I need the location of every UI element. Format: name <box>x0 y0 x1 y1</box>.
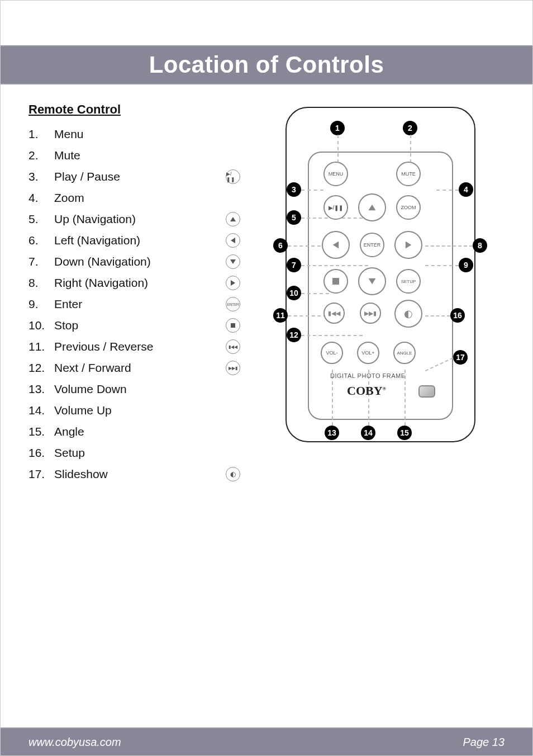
control-row: 2.Mute <box>28 145 241 166</box>
control-number: 4. <box>28 191 54 205</box>
control-number: 2. <box>28 149 54 162</box>
control-label: Zoom <box>54 191 241 205</box>
footer-page-number: Page 13 <box>463 736 505 749</box>
content-area: Remote Control 1.Menu2.Mute3.Play / Paus… <box>28 96 506 485</box>
control-label: Enter <box>54 297 225 311</box>
control-label: Angle <box>54 425 241 438</box>
slideshow-icon: ◐ <box>404 308 413 320</box>
callout-15: 15 <box>397 426 412 440</box>
control-row: 1.Menu <box>28 124 241 145</box>
control-row: 14.Volume Up <box>28 400 241 421</box>
leader-3 <box>301 190 323 191</box>
control-number: 10. <box>28 319 54 332</box>
control-number: 11. <box>28 340 54 353</box>
leader-16 <box>425 315 450 316</box>
remote-setup-button: SETUP <box>396 269 421 294</box>
down-icon <box>225 254 241 270</box>
control-number: 13. <box>28 382 54 396</box>
callout-1: 1 <box>330 121 345 135</box>
control-row: 4.Zoom <box>28 187 241 209</box>
control-label: Menu <box>54 127 241 141</box>
control-label: Volume Up <box>54 404 241 417</box>
remote-left-button <box>322 231 350 259</box>
enter-icon: ENTER <box>225 296 241 312</box>
callout-12: 12 <box>287 328 301 342</box>
control-label: Previous / Reverse <box>54 340 225 353</box>
remote-slideshow-button: ◐ <box>394 300 422 328</box>
ir-window <box>418 385 435 398</box>
callout-11: 11 <box>273 308 288 323</box>
footer-url: www.cobyusa.com <box>28 736 121 749</box>
remote-stop-button <box>323 269 348 294</box>
control-number: 7. <box>28 255 54 268</box>
remote-play-pause-button: ▶/❚❚ <box>323 195 348 220</box>
leader-1 <box>337 135 339 163</box>
remote-diagram: 1 2 3 4 5 6 7 8 9 10 11 12 13 14 15 16 1… <box>252 107 503 448</box>
callout-8: 8 <box>473 238 487 253</box>
remote-vol-down-button: VOL- <box>321 342 343 364</box>
leader-12 <box>301 335 363 336</box>
control-row: 3.Play / Pause▶/❚❚ <box>28 166 241 187</box>
control-row: 7.Down (Navigation) <box>28 251 241 272</box>
remote-product-label: DIGITAL PHOTO FRAME <box>330 372 406 379</box>
callout-7: 7 <box>287 258 301 272</box>
leader-8 <box>425 245 473 247</box>
control-number: 1. <box>28 127 54 141</box>
callout-5: 5 <box>287 210 301 225</box>
remote-enter-button: ENTER <box>360 233 384 257</box>
callout-14: 14 <box>361 426 375 440</box>
control-number: 8. <box>28 276 54 290</box>
callout-9: 9 <box>459 258 473 272</box>
control-number: 15. <box>28 425 54 438</box>
remote-up-button <box>358 193 386 221</box>
control-label: Play / Pause <box>54 170 225 183</box>
leader-7 <box>301 265 368 266</box>
prev-icon: ▮◀◀ <box>328 310 340 317</box>
control-row: 17.Slideshow◐ <box>28 464 241 485</box>
control-number: 16. <box>28 446 54 460</box>
control-label: Mute <box>54 149 241 162</box>
callout-16: 16 <box>450 308 465 323</box>
callout-6: 6 <box>273 238 288 253</box>
remote-menu-button: MENU <box>323 162 348 186</box>
callout-4: 4 <box>459 182 473 197</box>
control-row: 10.Stop <box>28 315 241 336</box>
brand-logo: COBY® <box>347 384 386 398</box>
remote-vol-up-button: VOL+ <box>357 342 379 364</box>
control-number: 3. <box>28 170 54 183</box>
leader-4 <box>436 190 459 191</box>
right-icon <box>225 275 241 291</box>
callout-10: 10 <box>287 286 301 300</box>
control-label: Down (Navigation) <box>54 255 225 268</box>
slideshow-icon: ◐ <box>225 466 241 482</box>
control-label: Stop <box>54 319 225 332</box>
callout-13: 13 <box>325 426 339 440</box>
control-number: 6. <box>28 234 54 247</box>
left-icon <box>225 233 241 248</box>
leader-11 <box>288 315 327 316</box>
leader-9 <box>425 265 459 266</box>
control-row: 15.Angle <box>28 421 241 442</box>
controls-list: 1.Menu2.Mute3.Play / Pause▶/❚❚4.Zoom5.Up… <box>28 124 241 485</box>
down-arrow-icon <box>369 278 376 284</box>
stop-icon <box>225 318 241 333</box>
page-footer: www.cobyusa.com Page 13 <box>1 727 532 755</box>
control-row: 13.Volume Down <box>28 379 241 400</box>
control-row: 9.EnterENTER <box>28 294 241 315</box>
remote-down-button <box>358 267 386 295</box>
next-icon: ▶▶▮ <box>225 360 241 376</box>
control-number: 12. <box>28 361 54 375</box>
left-arrow-icon <box>333 242 339 249</box>
remote-angle-button: ANGLE <box>393 342 416 364</box>
remote-right-button <box>394 231 422 259</box>
control-row: 12.Next / Forward▶▶▮ <box>28 357 241 379</box>
control-row: 8.Right (Navigation) <box>28 272 241 294</box>
play-pause-icon: ▶/❚❚ <box>329 205 344 211</box>
registered-mark: ® <box>383 386 387 391</box>
prev-icon: ▮◀◀ <box>225 339 241 355</box>
control-row: 6.Left (Navigation) <box>28 230 241 251</box>
control-number: 17. <box>28 467 54 481</box>
page-title: Location of Controls <box>149 51 384 78</box>
title-band: Location of Controls <box>1 45 532 84</box>
control-label: Volume Down <box>54 382 241 396</box>
